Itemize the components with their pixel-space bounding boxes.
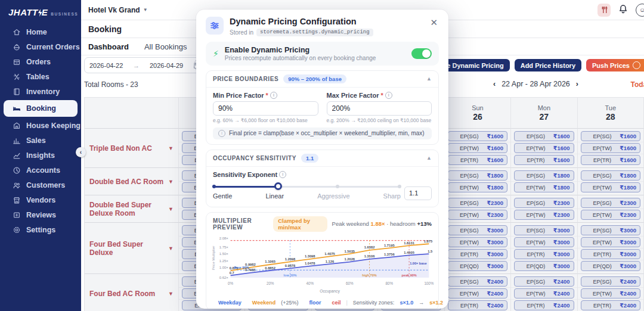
room-type-label: Double Bed AC Room (89, 178, 163, 186)
rate-chip[interactable]: EP(SG)₹2400 (448, 276, 507, 287)
max-price-helper: e.g. 200% → ₹20,000 ceiling on ₹10,000 b… (327, 117, 432, 123)
rate-plan-code: EP(SG) (518, 228, 553, 234)
rate-chip[interactable]: EP(TW)₹1800 (448, 182, 507, 192)
rate-chip[interactable]: EP(SG)₹3000 (514, 225, 574, 235)
sidebar-item-sales[interactable]: Sales (4, 133, 78, 148)
next-week-button[interactable]: › (576, 80, 578, 88)
enable-toggle[interactable] (411, 48, 432, 59)
rate-chip[interactable]: EP(SG)₹1600 (581, 131, 640, 141)
hotel-name: Hotel Vk Grand (88, 6, 140, 14)
price-cell: EP(SG)₹3000EP(TW)₹3000EP(TR)₹3000EP(QD)₹… (578, 223, 644, 274)
rate-chip[interactable]: EP(SG)₹2400 (514, 276, 574, 287)
sidebar-collapse-button[interactable]: ‹ (76, 147, 86, 157)
room-type-double-bed-ac-room[interactable]: Double Bed AC Room▼ (85, 168, 179, 195)
rate-plan-code: EP(TR) (585, 157, 620, 163)
sidebar-item-reviews[interactable]: Reviews (4, 207, 78, 222)
sidebar-item-current-orders[interactable]: Current Orders (4, 39, 78, 54)
chevron-down-icon: ▼ (168, 206, 174, 212)
rate-price: ₹1800 (553, 184, 570, 191)
rate-chip[interactable]: EP(TW)₹3000 (448, 237, 507, 247)
rate-chip[interactable]: EP(TR)₹2400 (581, 300, 640, 310)
rate-chip[interactable]: EP(TR)₹3000 (448, 249, 507, 259)
rate-chip[interactable]: EP(SG)₹1800 (581, 170, 640, 181)
tab-all-bookings[interactable]: All Bookings (144, 42, 187, 51)
sidebar-item-home[interactable]: Home (4, 24, 78, 39)
rate-plan-code: EP(QD) (585, 263, 620, 269)
hotel-selector[interactable]: Hotel Vk Grand ▼ (88, 6, 148, 14)
sidebar-item-settings[interactable]: Settings (4, 222, 78, 237)
chevron-up-icon[interactable]: ▲ (426, 76, 432, 82)
rate-chip[interactable]: EP(TW)₹3000 (514, 237, 574, 247)
room-type-triple-bed-non-ac[interactable]: Triple Bed Non AC▼ (85, 129, 179, 168)
rate-chip[interactable]: EP(TW)₹2300 (514, 210, 574, 220)
svg-text:1.7195: 1.7195 (384, 243, 395, 247)
date-range-input[interactable]: 2026-04-22 → 2026-04-29 (84, 57, 206, 73)
rate-plan-code: EP(QD) (452, 263, 487, 269)
rate-chip[interactable]: EP(TW)₹2300 (448, 210, 507, 220)
rate-chip[interactable]: EP(QD)₹3000 (514, 261, 574, 271)
push-prices-button[interactable]: Push Prices (586, 59, 644, 71)
rate-chip[interactable]: EP(SG)₹2300 (581, 198, 640, 208)
rate-chip[interactable]: EP(SG)₹3000 (581, 225, 640, 235)
rate-chip[interactable]: EP(TW)₹1800 (514, 182, 574, 192)
min-price-factor-input[interactable] (213, 101, 318, 116)
svg-text:1.0478: 1.0478 (305, 262, 315, 265)
slider-track[interactable] (214, 186, 400, 188)
rate-chip[interactable]: EP(QD)₹3000 (448, 261, 507, 271)
rate-chip[interactable]: EP(TW)₹2400 (514, 288, 574, 298)
room-type-four-bed-super-deluxe[interactable]: Four Bed Super Deluxe▼ (85, 223, 179, 274)
rate-chip[interactable]: EP(TR)₹3000 (581, 249, 640, 259)
rate-chip[interactable]: EP(TR)₹3000 (514, 249, 574, 259)
svg-text:1.2028: 1.2028 (344, 257, 355, 261)
sidebar-item-booking[interactable]: Booking (4, 100, 78, 117)
rate-chip[interactable]: EP(SG)₹3000 (448, 225, 507, 235)
rate-chip[interactable]: EP(SG)₹1600 (448, 131, 507, 141)
sidebar-item-accounts[interactable]: Accounts (4, 163, 78, 178)
sidebar-item-tables[interactable]: Tables (4, 69, 78, 84)
sidebar-item-orders[interactable]: Orders (4, 54, 78, 69)
rate-chip[interactable]: EP(SG)₹1600 (514, 131, 574, 141)
rate-chip[interactable]: EP(QD)₹3000 (581, 261, 640, 271)
sidebar-item-customers[interactable]: Customers (4, 178, 78, 192)
rate-chip[interactable]: EP(SG)₹2400 (581, 276, 640, 287)
rate-chip[interactable]: EP(TW)₹1600 (448, 143, 507, 153)
rate-chip[interactable]: EP(SG)₹2300 (448, 198, 507, 208)
slider-handle[interactable] (274, 182, 282, 190)
rate-chip[interactable]: EP(TW)₹1800 (581, 182, 640, 192)
tab-dashboard[interactable]: Dashboard (88, 42, 129, 51)
rate-chip[interactable]: EP(SG)₹1800 (514, 170, 574, 181)
rate-chip[interactable]: EP(TR)₹1600 (581, 155, 640, 165)
chevron-up-icon[interactable]: ▲ (426, 155, 432, 161)
svg-text:20%: 20% (267, 281, 274, 285)
rate-chip[interactable]: EP(TW)₹1600 (581, 143, 640, 153)
profile-avatar[interactable]: ☺ (636, 4, 644, 17)
rate-chip[interactable]: EP(TR)₹2400 (448, 300, 507, 310)
max-price-factor-input[interactable] (327, 101, 432, 116)
rate-plan-code: EP(TW) (585, 212, 620, 218)
rate-chip[interactable]: EP(TW)₹2400 (448, 288, 507, 298)
rate-chip[interactable]: EP(TW)₹3000 (581, 237, 640, 247)
rate-chip[interactable]: EP(TR)₹1600 (514, 155, 574, 165)
rate-chip[interactable]: EP(TR)₹2400 (514, 300, 574, 310)
prev-week-button[interactable]: ‹ (493, 80, 496, 88)
rate-chip[interactable]: EP(TR)₹1600 (448, 155, 507, 165)
rate-plan-code: EP(SG) (518, 133, 553, 139)
restaurant-button[interactable] (597, 4, 611, 17)
room-type-double-bed-super-deluxe-room[interactable]: Double Bed Super Deluxe Room▼ (85, 195, 179, 223)
sidebar-item-inventory[interactable]: Inventory (4, 84, 78, 99)
today-button[interactable]: Today (631, 80, 644, 89)
add-price-history-button[interactable]: Add Price History (515, 59, 581, 71)
rate-chip[interactable]: EP(TW)₹1600 (514, 143, 574, 153)
close-icon[interactable]: ✕ (429, 17, 439, 28)
sidebar-item-house-keeping[interactable]: House Keeping (4, 118, 78, 133)
sidebar-item-insights[interactable]: Insights (4, 148, 78, 163)
rate-chip[interactable]: EP(SG)₹1800 (448, 170, 507, 181)
room-type-four-bed-ac-room[interactable]: Four Bed AC Room▼ (85, 274, 179, 311)
sensitivity-exponent-input[interactable] (404, 186, 432, 200)
notifications-button[interactable] (618, 4, 628, 16)
sidebar-item-vendors[interactable]: Vendors (4, 192, 78, 207)
svg-text:1.2098: 1.2098 (285, 257, 296, 260)
rate-chip[interactable]: EP(TW)₹2400 (581, 288, 640, 298)
rate-chip[interactable]: EP(TW)₹2300 (581, 210, 640, 220)
rate-chip[interactable]: EP(SG)₹2300 (514, 198, 574, 208)
